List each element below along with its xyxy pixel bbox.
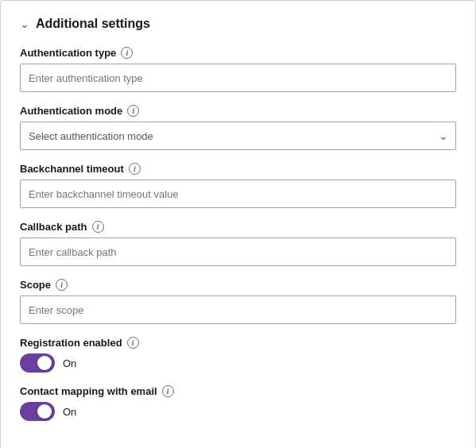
contact-mapping-group: Contact mapping with email i On [20, 385, 456, 421]
backchannel-timeout-info-icon[interactable]: i [129, 163, 141, 175]
registration-enabled-toggle-row: On [20, 353, 456, 373]
scope-group: Scope i [20, 279, 456, 324]
auth-mode-select[interactable]: Select authentication mode [20, 122, 456, 150]
callback-path-info-icon[interactable]: i [92, 221, 104, 233]
registration-enabled-toggle[interactable] [20, 353, 55, 373]
backchannel-timeout-label: Backchannel timeout i [20, 163, 456, 175]
callback-path-label: Callback path i [20, 221, 456, 233]
contact-mapping-label: Contact mapping with email i [20, 385, 456, 397]
registration-enabled-group: Registration enabled i On [20, 337, 456, 373]
contact-mapping-toggle[interactable] [20, 402, 55, 421]
auth-type-group: Authentication type i [20, 47, 456, 92]
contact-mapping-status: On [63, 406, 76, 418]
registration-enabled-status: On [63, 357, 76, 369]
auth-type-input[interactable] [20, 64, 456, 92]
auth-type-label: Authentication type i [20, 47, 456, 59]
registration-enabled-slider [20, 353, 55, 373]
scope-info-icon[interactable]: i [56, 279, 68, 291]
scope-label: Scope i [20, 279, 456, 291]
scope-input[interactable] [20, 295, 456, 324]
section-collapse-icon[interactable]: ⌄ [20, 17, 29, 30]
backchannel-timeout-input[interactable] [20, 180, 456, 208]
callback-path-group: Callback path i [20, 221, 456, 266]
backchannel-timeout-group: Backchannel timeout i [20, 163, 456, 208]
contact-mapping-toggle-row: On [20, 402, 456, 421]
auth-mode-label: Authentication mode i [20, 105, 456, 117]
registration-enabled-info-icon[interactable]: i [127, 337, 139, 349]
auth-mode-group: Authentication mode i Select authenticat… [20, 105, 456, 150]
additional-settings-card: ⌄ Additional settings Authentication typ… [0, 0, 476, 448]
auth-mode-info-icon[interactable]: i [127, 105, 139, 117]
contact-mapping-slider [20, 402, 55, 421]
auth-mode-select-wrapper: Select authentication mode ⌄ [20, 122, 456, 150]
contact-mapping-info-icon[interactable]: i [162, 385, 174, 397]
auth-type-info-icon[interactable]: i [121, 47, 133, 59]
callback-path-input[interactable] [20, 238, 456, 266]
section-header: ⌄ Additional settings [20, 17, 456, 31]
registration-enabled-label: Registration enabled i [20, 337, 456, 349]
section-title: Additional settings [36, 17, 150, 31]
